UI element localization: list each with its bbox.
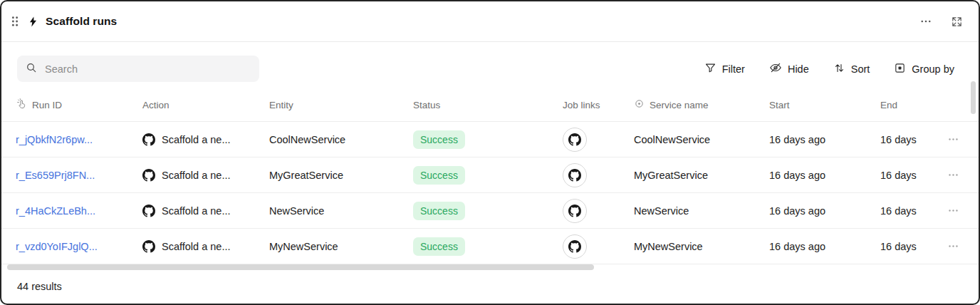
group-by-label: Group by xyxy=(912,63,954,75)
column-header-run-id[interactable]: Run ID xyxy=(16,98,142,112)
action-label: Scaffold a ne... xyxy=(162,241,230,252)
service-name-cell: MyNewService xyxy=(634,241,769,252)
vertical-scrollbar[interactable] xyxy=(971,81,976,114)
column-label: Job links xyxy=(563,100,600,110)
job-link-github-button[interactable] xyxy=(563,199,587,223)
github-icon xyxy=(142,205,155,217)
job-link-github-button[interactable] xyxy=(563,163,587,187)
service-name-cell: CoolNewService xyxy=(634,134,769,145)
row-menu-button[interactable] xyxy=(944,132,962,147)
hide-label: Hide xyxy=(788,63,809,75)
column-label: Run ID xyxy=(32,100,62,110)
action-label: Scaffold a ne... xyxy=(162,170,230,181)
column-header-service-name[interactable]: Service name xyxy=(634,98,769,111)
widget-title: Scaffold runs xyxy=(46,15,117,28)
sort-button[interactable]: Sort xyxy=(833,62,870,76)
sort-arrows-icon xyxy=(833,62,845,76)
results-count: 44 results xyxy=(1,281,979,304)
lightning-bolt-icon xyxy=(27,16,39,28)
run-id-link[interactable]: r_Es659Prj8FN... xyxy=(16,170,95,181)
group-by-icon xyxy=(894,62,906,76)
status-badge: Success xyxy=(413,237,465,256)
group-by-button[interactable]: Group by xyxy=(894,62,954,76)
github-icon xyxy=(568,169,581,182)
column-label: Start xyxy=(769,100,790,110)
column-header-start[interactable]: Start xyxy=(769,100,880,110)
status-badge: Success xyxy=(413,166,465,185)
run-id-link[interactable]: r_4HaCkZLeBh... xyxy=(16,205,95,217)
table-header-row: Run ID Action Entity Status Job links Se… xyxy=(1,88,979,122)
start-cell: 16 days ago xyxy=(769,170,880,181)
start-cell: 16 days ago xyxy=(769,205,880,217)
entity-cell: CoolNewService xyxy=(269,134,413,145)
column-header-entity[interactable]: Entity xyxy=(269,100,413,110)
run-id-link[interactable]: r_vzd0YoIFJglQ... xyxy=(16,241,98,252)
entity-cell: MyGreatService xyxy=(269,170,413,181)
widget-menu-button[interactable] xyxy=(917,12,935,31)
entity-cell: NewService xyxy=(269,205,413,217)
widget-header: Scaffold runs xyxy=(1,1,979,42)
column-label: Entity xyxy=(269,100,293,110)
github-icon xyxy=(568,133,581,146)
github-icon xyxy=(568,240,581,253)
column-label: Service name xyxy=(650,100,709,110)
service-name-cell: MyGreatService xyxy=(634,170,769,181)
end-cell: 16 days xyxy=(880,170,944,181)
run-id-link[interactable]: r_jQbkfN2r6pw... xyxy=(16,134,93,145)
search-box[interactable] xyxy=(17,56,259,82)
column-header-status[interactable]: Status xyxy=(413,100,563,110)
scaffold-runs-widget: Scaffold runs Filter Hide Sort xyxy=(0,0,980,305)
table-toolbar: Filter Hide Sort Group by xyxy=(1,56,979,82)
horizontal-scrollbar[interactable] xyxy=(7,264,594,270)
expand-icon[interactable] xyxy=(948,13,966,31)
row-menu-button[interactable] xyxy=(944,239,962,254)
status-badge: Success xyxy=(413,202,465,220)
filter-button[interactable]: Filter xyxy=(704,62,745,76)
table-row[interactable]: r_Es659Prj8FN... Scaffold a ne... MyGrea… xyxy=(1,157,979,193)
row-menu-button[interactable] xyxy=(944,203,962,218)
start-cell: 16 days ago xyxy=(769,241,880,252)
column-header-job-links[interactable]: Job links xyxy=(563,100,634,110)
start-cell: 16 days ago xyxy=(769,134,880,145)
column-label: End xyxy=(880,100,897,110)
column-label: Action xyxy=(142,100,170,110)
table-row[interactable]: r_4HaCkZLeBh... Scaffold a ne... NewServ… xyxy=(1,193,979,229)
action-label: Scaffold a ne... xyxy=(162,134,230,145)
tap-icon xyxy=(16,98,27,112)
service-name-cell: NewService xyxy=(634,205,769,217)
github-icon xyxy=(568,205,581,217)
github-icon xyxy=(142,133,155,146)
hide-button[interactable]: Hide xyxy=(769,61,809,76)
job-link-github-button[interactable] xyxy=(563,234,587,259)
end-cell: 16 days xyxy=(880,134,944,145)
column-header-end[interactable]: End xyxy=(880,100,944,110)
github-icon xyxy=(142,240,155,253)
status-badge: Success xyxy=(413,130,465,149)
column-label: Status xyxy=(413,100,440,110)
toolbar-actions: Filter Hide Sort Group by xyxy=(704,61,963,76)
action-label: Scaffold a ne... xyxy=(162,205,230,217)
github-icon xyxy=(142,169,155,182)
entity-cell: MyNewService xyxy=(269,241,413,252)
search-input[interactable] xyxy=(43,63,251,76)
target-icon xyxy=(634,98,645,111)
end-cell: 16 days xyxy=(880,241,944,252)
sort-label: Sort xyxy=(851,63,870,75)
job-link-github-button[interactable] xyxy=(563,128,587,152)
row-menu-button[interactable] xyxy=(944,167,962,182)
filter-label: Filter xyxy=(722,63,745,75)
drag-handle-icon[interactable] xyxy=(10,15,20,28)
table-row[interactable]: r_jQbkfN2r6pw... Scaffold a ne... CoolNe… xyxy=(1,122,979,157)
column-header-action[interactable]: Action xyxy=(142,100,269,110)
end-cell: 16 days xyxy=(880,205,944,217)
eye-off-icon xyxy=(769,61,782,76)
filter-icon xyxy=(704,62,716,76)
table-row[interactable]: r_vzd0YoIFJglQ... Scaffold a ne... MyNew… xyxy=(1,229,979,264)
search-icon xyxy=(26,62,37,76)
